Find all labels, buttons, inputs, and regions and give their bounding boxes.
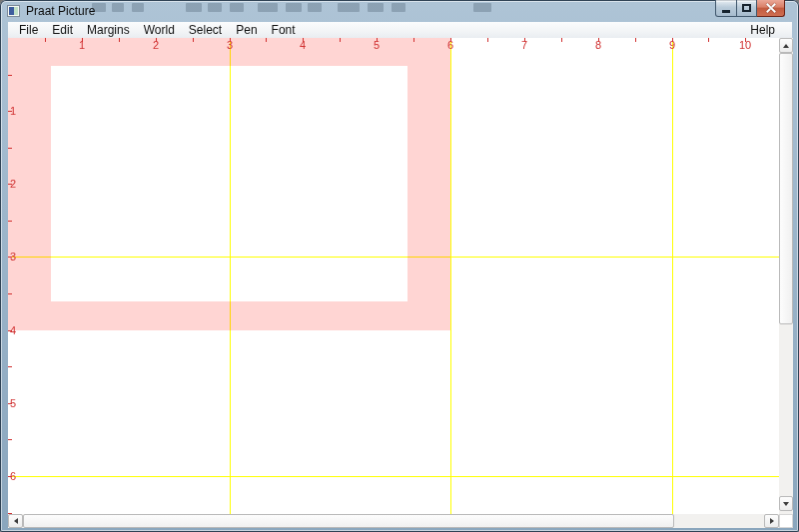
vertical-scroll-thumb[interactable] (779, 53, 793, 324)
ruler-tick (119, 38, 120, 42)
gridline-vertical (450, 38, 451, 514)
arrow-up-icon (783, 44, 789, 48)
top-ruler-label: 1 (72, 40, 92, 51)
vertical-scrollbar[interactable] (779, 38, 793, 514)
arrow-right-icon (770, 518, 774, 524)
menu-margins[interactable]: Margins (80, 23, 137, 38)
menu-font[interactable]: Font (265, 23, 303, 38)
gridline-horizontal (8, 476, 779, 477)
top-ruler-label: 10 (735, 40, 755, 51)
praat-app-icon (7, 5, 20, 17)
top-ruler-label: 2 (146, 40, 166, 51)
top-ruler-label: 3 (220, 40, 240, 51)
ruler-tick (8, 221, 12, 222)
left-ruler-label: 4 (10, 325, 16, 336)
glass-reflection (258, 3, 278, 12)
ruler-tick (635, 38, 636, 42)
glass-reflection (132, 3, 144, 12)
glass-reflection (473, 3, 491, 12)
menu-bar: File Edit Margins World Select Pen Font … (8, 22, 792, 39)
top-ruler-label: 7 (514, 40, 534, 51)
top-ruler-label: 5 (367, 40, 387, 51)
glass-reflection (230, 3, 244, 12)
ruler-tick (8, 75, 12, 76)
glass-reflection (286, 3, 302, 12)
glass-reflection (392, 3, 405, 12)
close-icon (766, 3, 776, 13)
glass-reflection (112, 3, 124, 12)
maximize-icon (742, 4, 751, 12)
scroll-right-button[interactable] (764, 514, 779, 528)
praat-picture-window: Praat Picture File Edit Margins World Se… (0, 0, 799, 532)
left-ruler-label: 3 (10, 252, 16, 263)
left-ruler-label: 6 (10, 471, 16, 482)
glass-reflection (186, 3, 202, 12)
ruler-tick (708, 38, 709, 42)
window-title: Praat Picture (26, 4, 95, 18)
horizontal-scrollbar[interactable] (8, 514, 779, 528)
maximize-button[interactable] (737, 0, 757, 17)
glass-reflection (208, 3, 222, 12)
ruler-tick (8, 366, 12, 367)
scroll-down-button[interactable] (779, 496, 793, 511)
window-controls (715, 0, 785, 18)
ruler-tick (413, 38, 414, 42)
menu-edit[interactable]: Edit (45, 23, 80, 38)
gridline-vertical (230, 38, 231, 514)
ruler-tick (340, 38, 341, 42)
menu-select[interactable]: Select (182, 23, 229, 38)
left-ruler-label: 2 (10, 179, 16, 190)
gridline-horizontal (8, 257, 779, 258)
ruler-tick (193, 38, 194, 42)
scroll-left-button[interactable] (8, 514, 23, 528)
scroll-up-button[interactable] (779, 38, 793, 53)
close-button[interactable] (757, 0, 785, 17)
left-ruler-label: 1 (10, 106, 16, 117)
ruler-tick (561, 38, 562, 42)
menu-world[interactable]: World (137, 23, 182, 38)
arrow-down-icon (783, 502, 789, 506)
arrow-left-icon (14, 518, 18, 524)
minimize-icon (722, 10, 730, 13)
glass-reflection (338, 3, 360, 12)
glass-reflection (308, 3, 322, 12)
ruler-tick (487, 38, 488, 42)
top-ruler-label: 9 (662, 40, 682, 51)
title-bar[interactable]: Praat Picture (0, 0, 799, 22)
left-ruler-label: 5 (10, 398, 16, 409)
menu-help[interactable]: Help (743, 23, 782, 38)
ruler-tick (45, 38, 46, 42)
top-ruler-label: 4 (293, 40, 313, 51)
picture-canvas[interactable]: 12345678910 123456 (8, 38, 779, 514)
top-ruler-label: 6 (440, 40, 460, 51)
top-ruler-label: 8 (588, 40, 608, 51)
glass-reflection (368, 3, 384, 12)
horizontal-scroll-thumb[interactable] (23, 514, 674, 528)
ruler-tick (8, 293, 12, 294)
menu-file[interactable]: File (12, 23, 45, 38)
ruler-tick (8, 148, 12, 149)
ruler-tick (8, 513, 12, 514)
gridline-vertical (672, 38, 673, 514)
ruler-tick (8, 439, 12, 440)
menu-pen[interactable]: Pen (229, 23, 264, 38)
minimize-button[interactable] (715, 0, 737, 17)
ruler-tick (266, 38, 267, 42)
scrollbar-corner (779, 514, 793, 528)
